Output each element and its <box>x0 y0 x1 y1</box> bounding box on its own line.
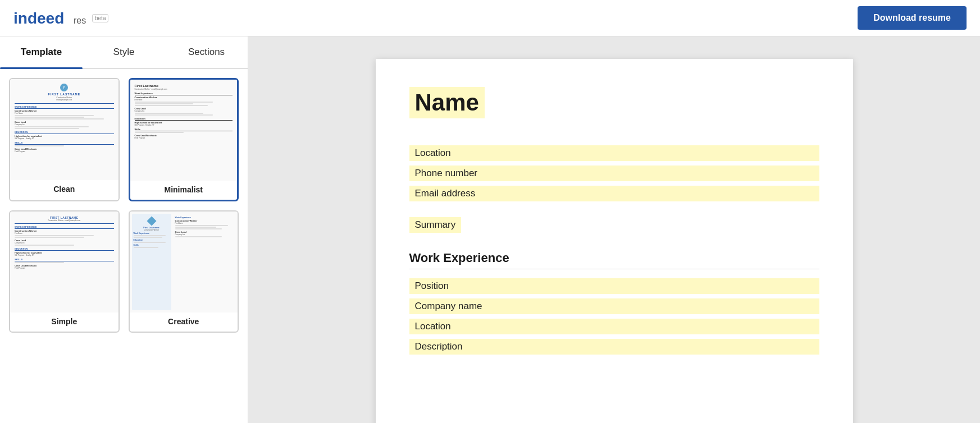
template-card-clean[interactable]: F FIRST LASTNAME Construction Worker ema… <box>9 78 120 201</box>
template-card-minimalist[interactable]: First Lastname Construction Worker • ema… <box>129 78 239 201</box>
download-resume-button[interactable]: Download resume <box>858 6 967 30</box>
right-content: Name Location Phone number Email address… <box>248 36 980 423</box>
template-preview-simple: FIRST LASTNAME Construction Worker • ema… <box>10 212 118 312</box>
resume-summary-field[interactable]: Summary <box>409 217 462 233</box>
template-label-minimalist: Minimalist <box>130 181 238 200</box>
tab-sections[interactable]: Sections <box>165 36 248 68</box>
beta-badge: beta <box>92 14 108 22</box>
work-fields-group: Position Company name Location Descripti… <box>409 278 819 359</box>
template-label-clean: Clean <box>10 180 118 199</box>
tabs-nav: Template Style Sections <box>0 36 248 69</box>
left-sidebar: Template Style Sections F FIRST LASTNAME… <box>0 36 248 423</box>
template-card-creative[interactable]: First Lastname Construction Worker Work … <box>129 210 239 333</box>
resume-phone-field[interactable]: Phone number <box>409 165 819 181</box>
svg-text:indeed: indeed <box>13 10 64 27</box>
template-preview-minimalist: First Lastname Construction Worker • ema… <box>130 80 238 181</box>
template-label-creative: Creative <box>130 312 238 332</box>
indeed-logo: indeed resume builder <box>13 7 86 29</box>
resume-description-field[interactable]: Description <box>409 339 819 355</box>
contact-fields-group: Location Phone number Email address <box>409 145 819 206</box>
app-header: indeed resume builder beta Download resu… <box>0 0 980 36</box>
resume-email-field[interactable]: Email address <box>409 186 819 201</box>
work-experience-title: Work Experience <box>409 251 819 269</box>
template-grid: F FIRST LASTNAME Construction Worker ema… <box>0 69 248 342</box>
tab-active-indicator <box>0 67 83 69</box>
template-preview-clean: F FIRST LASTNAME Construction Worker ema… <box>10 79 118 180</box>
template-card-simple[interactable]: FIRST LASTNAME Construction Worker • ema… <box>9 210 120 333</box>
resume-work-location-field[interactable]: Location <box>409 319 819 334</box>
tab-style[interactable]: Style <box>83 36 165 68</box>
tab-template[interactable]: Template <box>0 36 83 68</box>
logo-area: indeed resume builder beta <box>13 7 108 29</box>
template-label-simple: Simple <box>10 312 118 332</box>
work-experience-section: Work Experience Position Company name Lo… <box>409 251 819 359</box>
resume-company-field[interactable]: Company name <box>409 298 819 314</box>
resume-position-field[interactable]: Position <box>409 278 819 294</box>
svg-text:resume builder: resume builder <box>74 16 86 25</box>
resume-name-field[interactable]: Name <box>409 87 485 118</box>
main-layout: Template Style Sections F FIRST LASTNAME… <box>0 36 980 423</box>
template-preview-creative: First Lastname Construction Worker Work … <box>130 212 238 312</box>
resume-page: Name Location Phone number Email address… <box>376 59 853 423</box>
resume-location-field[interactable]: Location <box>409 145 819 161</box>
